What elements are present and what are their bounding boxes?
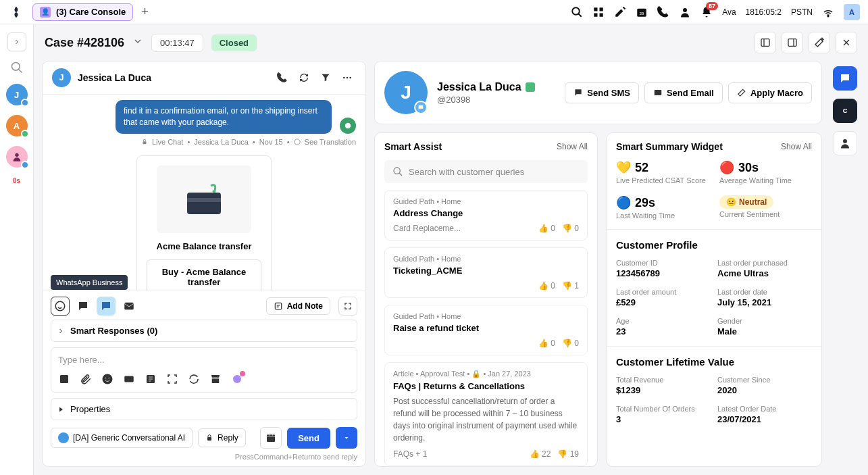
profile-view-icon[interactable] bbox=[833, 131, 857, 155]
emoji-icon[interactable] bbox=[101, 373, 113, 385]
svg-rect-4 bbox=[600, 13, 603, 16]
whatsapp-channel-icon[interactable] bbox=[51, 297, 70, 316]
smart-assist-panel: Smart Assist Show All Search with custom… bbox=[374, 132, 598, 467]
svg-point-26 bbox=[105, 378, 107, 379]
profile-avatar: J bbox=[384, 71, 428, 114]
new-tab-button[interactable]: + bbox=[141, 5, 149, 19]
assist-item[interactable]: Guided Path • HomeAddress ChangeCard Rep… bbox=[384, 190, 588, 241]
template-icon[interactable] bbox=[145, 373, 157, 385]
summary-show-all-link[interactable]: Show All bbox=[781, 142, 812, 151]
svg-rect-20 bbox=[187, 198, 221, 202]
call-icon[interactable] bbox=[274, 69, 291, 86]
rail-search-icon[interactable] bbox=[10, 61, 24, 74]
sentiment-metric: 😐 Neutral Current Sentiment bbox=[719, 195, 812, 220]
chat-channel-icon[interactable] bbox=[97, 297, 116, 316]
send-email-button[interactable]: Send Email bbox=[644, 82, 723, 103]
send-button[interactable]: Send bbox=[287, 428, 330, 449]
rail-timer-badge: 0s bbox=[13, 177, 20, 184]
case-dropdown-icon[interactable] bbox=[132, 36, 143, 49]
svg-point-21 bbox=[55, 301, 65, 311]
assist-search-input[interactable]: Search with customer queries bbox=[384, 160, 588, 183]
assist-item[interactable]: Guided Path • HomeRaise a refund ticket👍… bbox=[384, 305, 588, 355]
email-channel-icon[interactable] bbox=[120, 297, 138, 316]
assist-item[interactable]: Article • Approval Test • 🔒 • Jan 27, 20… bbox=[384, 362, 588, 466]
see-translation-link[interactable]: See Translation bbox=[305, 138, 356, 146]
scan-icon[interactable] bbox=[166, 373, 178, 385]
add-note-button[interactable]: Add Note bbox=[266, 297, 330, 315]
svg-rect-24 bbox=[60, 375, 68, 383]
apply-macro-button[interactable]: Apply Macro bbox=[728, 82, 812, 103]
svg-rect-3 bbox=[594, 13, 597, 16]
panel-toggle-1-button[interactable] bbox=[755, 32, 776, 53]
clock-label: 1816:05:2 bbox=[746, 7, 782, 17]
schedule-button[interactable] bbox=[260, 427, 282, 449]
ai-model-chip[interactable]: [DA] Generic Conversational AI bbox=[51, 428, 193, 448]
svg-point-16 bbox=[345, 122, 351, 128]
chat-view-icon[interactable] bbox=[833, 66, 857, 91]
connection-label: PSTN bbox=[791, 7, 813, 17]
magic-icon[interactable] bbox=[231, 373, 243, 385]
verified-icon bbox=[526, 82, 535, 92]
rail-conversation-2[interactable]: A bbox=[6, 115, 28, 136]
svg-point-27 bbox=[109, 378, 110, 379]
svg-rect-32 bbox=[267, 434, 275, 442]
profile-name: Jessica La Duca bbox=[437, 81, 555, 93]
refresh-icon[interactable] bbox=[295, 69, 313, 86]
magic-wand-button[interactable] bbox=[809, 32, 830, 53]
compose-icon[interactable] bbox=[614, 6, 626, 18]
reply-mode-chip[interactable]: Reply bbox=[198, 428, 246, 447]
sms-channel-icon[interactable] bbox=[74, 297, 93, 316]
assist-item[interactable]: Guided Path • HomeTicketing_ACME👍 0👎 1 bbox=[384, 247, 588, 298]
svg-rect-12 bbox=[788, 39, 796, 47]
assist-show-all-link[interactable]: Show All bbox=[557, 142, 588, 151]
message-input[interactable]: Type here... bbox=[51, 347, 357, 393]
expand-rail-button[interactable] bbox=[7, 32, 26, 51]
gif-icon[interactable] bbox=[123, 373, 135, 385]
smart-responses-toggle[interactable]: Smart Responses (0) bbox=[51, 320, 357, 342]
expand-composer-button[interactable] bbox=[338, 297, 357, 316]
filter-icon[interactable] bbox=[317, 69, 334, 86]
active-tab[interactable]: 👤 (3) Care Console bbox=[32, 3, 133, 21]
customer-id: Customer ID123456789 bbox=[616, 259, 711, 278]
send-sms-button[interactable]: Send SMS bbox=[565, 82, 639, 103]
last-order-purchased: Last order purchasedAcme Ultras bbox=[717, 259, 812, 278]
svg-rect-2 bbox=[600, 7, 603, 11]
user-avatar[interactable]: A bbox=[844, 4, 860, 20]
svg-point-14 bbox=[347, 77, 349, 79]
copilot-icon[interactable]: C bbox=[833, 99, 857, 123]
svg-rect-17 bbox=[143, 141, 146, 144]
search-icon[interactable] bbox=[571, 6, 583, 18]
svg-point-36 bbox=[843, 139, 847, 143]
svg-point-9 bbox=[11, 63, 20, 71]
users-icon[interactable] bbox=[679, 6, 691, 18]
format-icon[interactable] bbox=[58, 373, 70, 385]
svg-point-13 bbox=[343, 77, 345, 79]
svg-rect-19 bbox=[187, 193, 221, 214]
composer: WhatsApp Business Add Note Smart bbox=[43, 291, 365, 466]
attachment-icon[interactable] bbox=[80, 373, 92, 385]
rail-conversation-1[interactable]: J bbox=[6, 84, 28, 105]
customer-since: Customer Since2020 bbox=[717, 376, 812, 395]
phone-icon[interactable] bbox=[657, 6, 669, 18]
card-buy-button[interactable]: Buy - Acme Balance transfer bbox=[147, 259, 261, 291]
svg-point-30 bbox=[233, 375, 241, 383]
panel-toggle-2-button[interactable] bbox=[782, 32, 803, 53]
recycle-icon[interactable] bbox=[188, 373, 200, 385]
calendar-icon[interactable]: 29 bbox=[636, 6, 648, 18]
rail-conversation-3[interactable] bbox=[6, 146, 28, 168]
customer-profile-title: Customer Profile bbox=[607, 239, 821, 251]
properties-toggle[interactable]: Properties bbox=[51, 398, 357, 420]
svg-point-0 bbox=[572, 7, 580, 15]
close-button[interactable] bbox=[836, 32, 857, 53]
svg-point-25 bbox=[103, 374, 113, 384]
svg-rect-28 bbox=[124, 376, 134, 382]
send-dropdown-button[interactable] bbox=[336, 427, 357, 449]
apps-icon[interactable] bbox=[592, 6, 605, 18]
card-title: Acme Balance transfer bbox=[147, 241, 261, 251]
svg-text:29: 29 bbox=[640, 11, 644, 15]
more-icon[interactable] bbox=[338, 69, 356, 86]
agent-message: find it in a confirmation email, or on t… bbox=[116, 100, 332, 134]
notifications-icon[interactable]: 87 bbox=[700, 6, 713, 18]
last-wait-metric: 🔵 29s Last Waiting Time bbox=[616, 195, 709, 220]
store-icon[interactable] bbox=[209, 373, 222, 385]
